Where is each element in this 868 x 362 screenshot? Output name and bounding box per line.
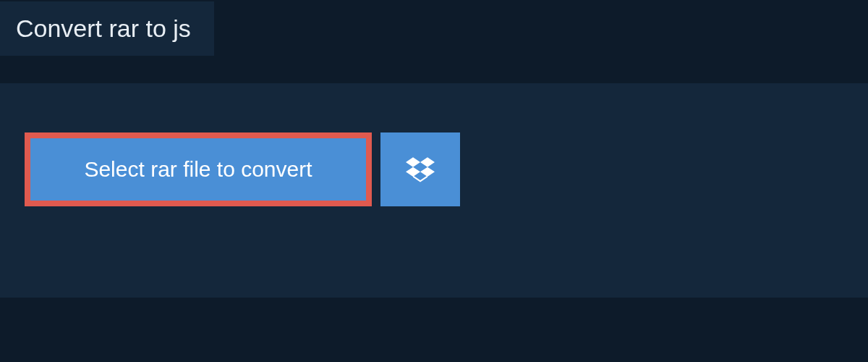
file-select-row: Select rar file to convert (0, 83, 868, 206)
tab-convert-rar-to-js[interactable]: Convert rar to js (0, 1, 214, 56)
converter-panel: Select rar file to convert (0, 83, 868, 298)
dropbox-button[interactable] (380, 132, 460, 206)
dropbox-icon (406, 155, 435, 184)
select-file-button[interactable]: Select rar file to convert (25, 132, 372, 206)
converter-panel-wrap: Convert rar to js Select rar file to con… (0, 0, 868, 298)
select-file-label: Select rar file to convert (84, 157, 312, 182)
tab-title: Convert rar to js (16, 14, 191, 42)
